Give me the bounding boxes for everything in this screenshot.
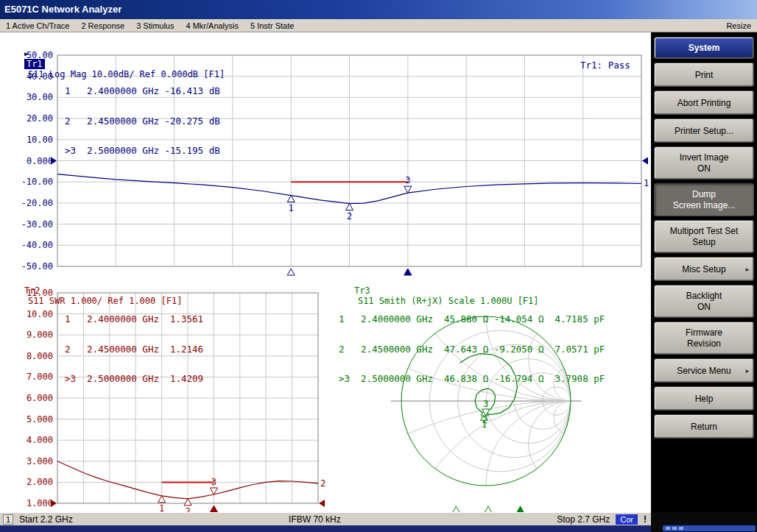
softkey-help[interactable]: Help bbox=[654, 386, 754, 411]
tr2-stimulus-marker bbox=[210, 506, 217, 512]
start-frequency: Start 2.2 GHz bbox=[19, 514, 73, 525]
tr2-ytick: 1.000 bbox=[27, 498, 53, 508]
channel-indicator: 1 bbox=[3, 514, 13, 525]
status-corner bbox=[651, 512, 757, 532]
tr1-marker-label: 3 bbox=[405, 175, 410, 185]
tr1-marker-readout: 1 2.4000000 GHz -16.413 dB 2 2.4500000 G… bbox=[65, 66, 220, 176]
warning-indicator: ! bbox=[644, 514, 648, 525]
tr2-ytick: 4.000 bbox=[27, 435, 53, 445]
softkey-backlight[interactable]: Backlight ON bbox=[654, 285, 754, 318]
softkey-abort-printing[interactable]: Abort Printing bbox=[654, 91, 754, 115]
tr3-marker-line-3: >3 2.5000000 GHz 46.838 Ω -16.794 Ω 3.79… bbox=[339, 374, 605, 384]
tr1-trace-number: 1 bbox=[644, 178, 649, 188]
status-bar: 1 Start 2.2 GHz IFBW 70 kHz Stop 2.7 GHz… bbox=[0, 512, 651, 525]
submenu-arrow-icon: ► bbox=[744, 266, 750, 272]
active-trace-arrow-icon: ▶ bbox=[24, 50, 28, 57]
softkey-panel: System Print Abort Printing Printer Setu… bbox=[651, 32, 757, 512]
tr1-ref-arrow-right bbox=[642, 157, 648, 165]
resize-button[interactable]: Resize bbox=[726, 21, 751, 30]
tr1-marker-label: 1 bbox=[289, 203, 294, 213]
stop-frequency: Stop 2.7 GHz bbox=[557, 514, 610, 525]
tr2-marker-readout: 1 2.4000000 GHz 1.3561 2 2.4500000 GHz 1… bbox=[65, 294, 203, 404]
tr2-ytick: 7.000 bbox=[27, 372, 53, 382]
invert-image-state: ON bbox=[697, 163, 711, 174]
tr2-marker-line-1: 1 2.4000000 GHz 1.3561 bbox=[65, 314, 203, 324]
softkey-firmware-revision[interactable]: Firmware Revision bbox=[654, 322, 754, 355]
softkey-misc-setup[interactable]: Misc Setup ► bbox=[654, 257, 754, 281]
softkey-system[interactable]: System bbox=[654, 37, 754, 59]
softkey-multiport-test-set-setup[interactable]: Multiport Test Set Setup bbox=[654, 220, 754, 253]
tr2-marker-1[interactable] bbox=[158, 496, 166, 503]
tr1-ref-arrow-left bbox=[51, 157, 57, 165]
menu-bar: 1 Active Ch/Trace 2 Response 3 Stimulus … bbox=[0, 19, 757, 32]
menu-item-mkr-analysis[interactable]: 4 Mkr/Analysis bbox=[186, 21, 239, 30]
tr3-marker-line-1: 1 2.4000000 GHz 45.880 Ω -14.054 Ω 4.718… bbox=[339, 314, 605, 324]
tr2-ytick: 3.000 bbox=[27, 456, 53, 467]
tr1-stimulus-marker bbox=[404, 269, 412, 275]
tr1-ytick: -10.00 bbox=[21, 177, 53, 187]
tr3-stimulus-marker bbox=[485, 506, 492, 512]
tr1-stimulus-marker bbox=[287, 269, 295, 275]
tr1-ytick: -50.00 bbox=[21, 261, 53, 272]
tr2-chip[interactable]: Tr2 bbox=[24, 285, 41, 296]
tr2-marker-line-2: 2 2.4500000 GHz 1.2146 bbox=[65, 344, 203, 355]
menu-item-stimulus[interactable]: 3 Stimulus bbox=[136, 21, 174, 30]
tr2-marker-label: 2 bbox=[185, 506, 190, 512]
tr3-stimulus-marker bbox=[452, 506, 460, 512]
tr1-ytick: -20.00 bbox=[21, 198, 53, 208]
title-bar: E5071C Network Analyzer bbox=[0, 0, 757, 19]
tr1-marker-line-3: >3 2.5000000 GHz -15.195 dB bbox=[65, 146, 220, 156]
tr2-ytick: 9.000 bbox=[27, 330, 53, 340]
correction-badge: Cor bbox=[616, 514, 638, 525]
tr1-marker-label: 2 bbox=[347, 211, 352, 221]
backlight-state: ON bbox=[697, 302, 711, 312]
tr1-pass-label: Tr1: Pass bbox=[580, 60, 630, 71]
tr2-trace-number: 2 bbox=[320, 478, 325, 489]
tr1-marker-2[interactable] bbox=[346, 204, 353, 210]
menu-item-response[interactable]: 2 Response bbox=[81, 21, 124, 30]
tr2-ref-arrow-left bbox=[51, 500, 57, 507]
tr1-chip[interactable]: Tr1 bbox=[24, 59, 45, 69]
menu-item-active-ch-trace[interactable]: 1 Active Ch/Trace bbox=[6, 21, 69, 30]
tr3-stimulus-marker bbox=[517, 506, 524, 512]
menu-item-instr-state[interactable]: 5 Instr State bbox=[250, 21, 294, 30]
tr1-marker-line-1: 1 2.4000000 GHz -16.413 dB bbox=[65, 86, 220, 96]
softkey-return[interactable]: Return bbox=[654, 414, 754, 439]
softkey-printer-setup[interactable]: Printer Setup... bbox=[654, 118, 754, 143]
tr1-ytick: 20.00 bbox=[27, 113, 53, 124]
tr1-ytick: 10.00 bbox=[27, 135, 53, 145]
tr1-ytick: -40.00 bbox=[21, 240, 53, 250]
tr2-ytick: 5.000 bbox=[27, 414, 53, 425]
tr2-ytick: 8.000 bbox=[27, 351, 53, 361]
tr2-marker-line-3: >3 2.5000000 GHz 1.4209 bbox=[65, 374, 203, 384]
submenu-arrow-icon: ► bbox=[744, 367, 750, 374]
tr1-marker-line-2: 2 2.4500000 GHz -20.275 dB bbox=[65, 116, 220, 127]
tr2-ytick: 2.000 bbox=[27, 477, 53, 487]
softkey-dump-screen-image[interactable]: Dump Screen Image... bbox=[654, 183, 754, 216]
tr2-marker-label: 3 bbox=[211, 477, 216, 487]
tr1-ytick: 30.00 bbox=[27, 92, 53, 102]
tr2-marker-2[interactable] bbox=[184, 499, 191, 506]
softkey-invert-image[interactable]: Invert Image ON bbox=[654, 146, 754, 180]
tr2-marker-label: 1 bbox=[159, 503, 164, 512]
tr1-marker-1[interactable] bbox=[287, 196, 295, 202]
tr3-marker-readout: 1 2.4000000 GHz 45.880 Ω -14.054 Ω 4.718… bbox=[339, 294, 605, 404]
tr3-marker-label: 2 bbox=[482, 415, 487, 425]
plot-region: 50.0040.0030.0020.0010.000.000-10.00-20.… bbox=[0, 32, 651, 512]
softkey-service-menu[interactable]: Service Menu ► bbox=[654, 358, 754, 383]
tr1-marker-3[interactable] bbox=[404, 186, 412, 193]
tr2-ref-arrow-right bbox=[319, 500, 325, 507]
ifbw-readout: IFBW 70 kHz bbox=[79, 514, 552, 525]
tr1-ytick: 0.000 bbox=[27, 156, 53, 166]
tr3-marker-line-2: 2 2.4500000 GHz 47.643 Ω -9.2050 Ω 7.057… bbox=[339, 344, 605, 355]
tr1-ytick: -30.00 bbox=[21, 219, 53, 230]
taskbar-strip bbox=[0, 525, 651, 532]
softkey-print[interactable]: Print bbox=[654, 63, 754, 87]
taskbar-fragment bbox=[663, 525, 756, 531]
window-title: E5071C Network Analyzer bbox=[4, 4, 122, 15]
tr2-ytick: 6.000 bbox=[27, 393, 53, 403]
